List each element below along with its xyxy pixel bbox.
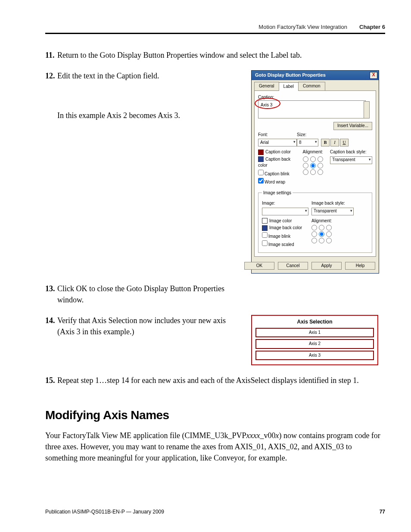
bold-button[interactable]: B [321,139,330,146]
page: Motion FactoryTalk View Integration Chap… [0,0,411,532]
align-radio[interactable] [311,231,317,237]
alignment-row-1 [311,225,337,230]
step-15: 15. Repeat step 1…step 14 for each new a… [45,375,385,386]
step-number: 12. [45,70,57,81]
caption-back-style-dropdown[interactable]: Transparent [330,156,372,164]
step-text: Verify that Axis Selection now includes … [57,315,243,337]
caption-label: Caption: [258,94,372,101]
step-number: 11. [45,50,57,60]
size-dropdown[interactable]: 8 [297,139,318,146]
alignment-row-2 [303,163,326,168]
image-alignment-label: Alignment: [311,218,337,224]
image-back-style-dropdown[interactable]: Transparent [311,208,354,215]
align-radio[interactable] [318,163,323,168]
align-radio[interactable] [318,169,323,175]
image-label: Image: [262,200,307,207]
word-wrap-label: Word wrap [265,180,285,184]
caption-input[interactable]: Axis 3 [258,100,366,118]
axis-3-button[interactable]: Axis 3 [255,351,374,361]
apply-button[interactable]: Apply [311,262,342,270]
alignment-row-3 [311,238,337,243]
align-radio[interactable] [303,156,308,162]
tab-common[interactable]: Common [298,82,325,90]
dialog-titlebar: Goto Display Button Properties X [252,71,379,80]
para-text: _v00 [260,431,275,440]
tab-label[interactable]: Label [279,82,299,91]
image-scaled-checkbox[interactable] [262,240,268,246]
font-label: Font: [258,132,293,138]
step-text: Repeat step 1…step 14 for each new axis … [57,375,385,386]
alignment-label: Alignment: [303,149,326,156]
align-radio[interactable] [319,231,324,237]
insert-variable-button[interactable]: Insert Variable... [333,122,372,130]
page-number: 77 [380,509,385,515]
axis-1-button[interactable]: Axis 1 [255,328,374,338]
step-note: In this example Axis 2 becomes Axis 3. [57,110,243,121]
para-text: Your FactoryTalk View ME application fil… [45,431,246,440]
axis-selection-title: Axis Selection [255,318,374,326]
page-footer: Publication IASIMP-QS011B-EN-P — January… [45,509,385,515]
underline-button[interactable]: U [340,139,349,146]
cancel-button[interactable]: Cancel [278,262,308,270]
step-13: 13. Click OK to close the Goto Display B… [45,283,385,305]
image-back-color-row[interactable]: Image back color [262,225,307,231]
dialog-button-row: OK Cancel Apply Help [252,259,379,274]
align-radio[interactable] [310,163,316,168]
size-label: Size: [297,132,317,138]
image-blink-row[interactable]: Image blink [262,232,307,240]
italic-button[interactable]: I [330,139,339,146]
align-radio[interactable] [318,156,323,162]
tab-general[interactable]: General [254,82,279,90]
axis-2-button[interactable]: Axis 2 [255,339,374,349]
align-radio[interactable] [326,231,332,237]
align-radio[interactable] [303,169,308,175]
help-button[interactable]: Help [345,262,375,270]
caption-color-label: Caption color [265,149,291,154]
step-body: Edit the text in the Caption field. In t… [57,70,385,274]
dialog-tabs: General Label Common [252,80,379,90]
alignment-row-2 [311,231,337,237]
step-number: 14. [45,315,57,326]
goto-display-properties-dialog: Goto Display Button Properties X General… [251,70,379,274]
caption-back-color-row[interactable]: Caption back color [258,156,299,169]
align-radio[interactable] [326,238,332,243]
caption-area: Axis 3 [258,100,372,118]
step-14: 14. Verify that Axis Selection now inclu… [45,315,385,365]
align-radio[interactable] [310,169,316,175]
ok-button[interactable]: OK [244,262,274,270]
caption-blink-checkbox[interactable] [258,170,264,175]
step-number: 13. [45,283,57,294]
step-list: 11. Return to the Goto Display Button Pr… [45,50,385,386]
close-icon[interactable]: X [370,72,377,79]
align-radio[interactable] [311,238,317,243]
align-radio[interactable] [310,156,316,162]
color-swatch-icon [262,225,268,231]
publication-line: Publication IASIMP-QS011B-EN-P — January… [45,509,164,515]
font-style-buttons: B I U [321,139,349,146]
align-radio[interactable] [311,225,317,230]
step-number: 15. [45,375,57,386]
section-paragraph: Your FactoryTalk View ME application fil… [45,430,385,464]
scrollbar[interactable] [364,101,370,118]
image-color-row[interactable]: Image color [262,218,307,224]
align-radio[interactable] [303,163,308,168]
word-wrap-checkbox[interactable] [258,178,264,184]
caption-color-row[interactable]: Caption color [258,149,299,156]
align-radio[interactable] [319,225,324,230]
header-rule [45,33,385,34]
image-color-label: Image color [269,218,292,223]
align-radio[interactable] [319,238,324,243]
step-text: Click OK to close the Goto Display Butto… [57,283,243,305]
image-back-color-label: Image back color [269,225,302,230]
running-header: Motion FactoryTalk View Integration Chap… [45,24,385,30]
image-scaled-row[interactable]: Image scaled [262,240,307,248]
word-wrap-row[interactable]: Word wrap [258,178,299,186]
image-settings-legend: Image settings [262,190,293,196]
font-dropdown[interactable]: Arial [258,139,297,146]
align-radio[interactable] [326,225,332,230]
alignment-row-3 [303,169,326,175]
caption-blink-row[interactable]: Caption blink [258,170,299,177]
image-blink-checkbox[interactable] [262,232,268,238]
image-back-style-label: Image back style: [311,200,354,207]
image-dropdown[interactable] [262,208,308,215]
